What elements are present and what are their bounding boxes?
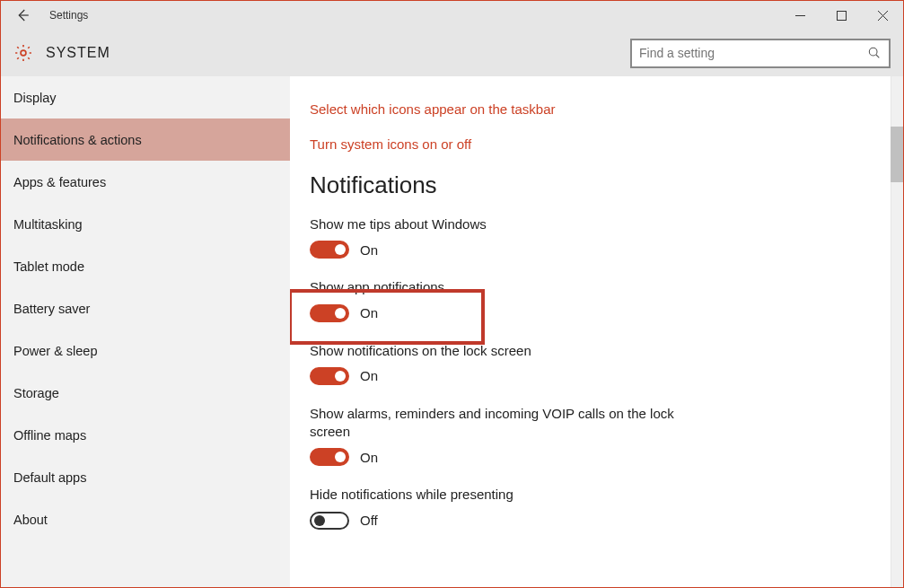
sidebar-item-label: Storage bbox=[13, 386, 59, 400]
header-row: SYSTEM bbox=[1, 30, 903, 76]
toggle-state-label: On bbox=[360, 305, 378, 320]
setting-4: Hide notifications while presentingOff bbox=[310, 486, 876, 529]
sidebar-item-power-sleep[interactable]: Power & sleep bbox=[1, 329, 290, 372]
close-button[interactable] bbox=[862, 1, 903, 30]
maximize-button[interactable] bbox=[821, 1, 862, 30]
search-icon bbox=[867, 46, 882, 60]
sidebar-item-label: Display bbox=[13, 91, 57, 105]
header-left: SYSTEM bbox=[13, 43, 110, 63]
setting-label: Show me tips about Windows bbox=[310, 215, 678, 233]
toggle-switch[interactable] bbox=[310, 304, 349, 322]
toggle-state-label: Off bbox=[360, 513, 378, 528]
sidebar-item-label: Tablet mode bbox=[13, 259, 84, 274]
sidebar-item-notifications-actions[interactable]: Notifications & actions bbox=[1, 118, 290, 161]
setting-label: Hide notifications while presenting bbox=[310, 486, 678, 504]
setting-3: Show alarms, reminders and incoming VOIP… bbox=[310, 405, 876, 467]
setting-0: Show me tips about WindowsOn bbox=[310, 215, 876, 259]
window-title: Settings bbox=[49, 9, 88, 22]
setting-label: Show notifications on the lock screen bbox=[310, 342, 678, 360]
titlebar-left: Settings bbox=[1, 1, 88, 30]
sidebar-item-label: About bbox=[13, 513, 48, 527]
sidebar-item-label: Apps & features bbox=[13, 175, 106, 189]
scrollbar-thumb[interactable] bbox=[891, 127, 903, 182]
minimize-button[interactable] bbox=[779, 1, 821, 30]
titlebar: Settings bbox=[1, 1, 903, 30]
link-taskbar-icons[interactable]: Select which icons appear on the taskbar bbox=[310, 101, 876, 117]
toggle-knob bbox=[335, 308, 346, 319]
svg-point-4 bbox=[21, 50, 26, 56]
sidebar-item-label: Power & sleep bbox=[13, 344, 98, 358]
sidebar-item-label: Offline maps bbox=[13, 428, 86, 443]
sidebar: DisplayNotifications & actionsApps & fea… bbox=[1, 76, 290, 588]
toggle-switch[interactable] bbox=[310, 448, 349, 466]
svg-point-5 bbox=[869, 48, 877, 56]
window-controls bbox=[779, 1, 903, 30]
svg-line-6 bbox=[876, 55, 879, 57]
toggle-switch[interactable] bbox=[310, 241, 349, 259]
back-arrow-icon bbox=[14, 7, 31, 23]
toggle-knob bbox=[335, 371, 346, 382]
section-title-notifications: Notifications bbox=[310, 171, 876, 199]
link-system-icons[interactable]: Turn system icons on or off bbox=[310, 136, 876, 152]
content-area: DisplayNotifications & actionsApps & fea… bbox=[1, 76, 903, 588]
back-button[interactable] bbox=[1, 1, 44, 30]
svg-rect-1 bbox=[837, 11, 846, 20]
sidebar-item-multitasking[interactable]: Multitasking bbox=[1, 203, 290, 245]
setting-label: Show alarms, reminders and incoming VOIP… bbox=[310, 405, 678, 442]
search-box[interactable] bbox=[630, 39, 891, 68]
toggle-state-label: On bbox=[360, 368, 378, 383]
sidebar-item-storage[interactable]: Storage bbox=[1, 372, 290, 414]
sidebar-item-label: Notifications & actions bbox=[13, 133, 142, 147]
main-panel: Select which icons appear on the taskbar… bbox=[290, 76, 903, 588]
gear-icon bbox=[13, 43, 33, 63]
setting-label: Show app notifications bbox=[310, 278, 678, 296]
sidebar-item-about[interactable]: About bbox=[1, 498, 290, 540]
close-icon bbox=[878, 11, 888, 21]
scrollbar-track[interactable] bbox=[891, 76, 903, 587]
sidebar-item-label: Default apps bbox=[13, 470, 86, 485]
toggle-knob bbox=[335, 244, 346, 255]
page-title: SYSTEM bbox=[46, 45, 110, 61]
toggle-state-label: On bbox=[360, 450, 378, 465]
toggle-row: On bbox=[310, 241, 876, 259]
maximize-icon bbox=[837, 11, 847, 21]
toggle-knob bbox=[335, 452, 346, 462]
sidebar-item-tablet-mode[interactable]: Tablet mode bbox=[1, 245, 290, 287]
toggle-row: On bbox=[310, 304, 876, 322]
setting-1: Show app notificationsOn bbox=[310, 278, 876, 321]
toggle-switch[interactable] bbox=[310, 512, 349, 530]
toggle-knob bbox=[314, 515, 325, 526]
toggle-switch[interactable] bbox=[310, 367, 349, 385]
sidebar-item-label: Multitasking bbox=[13, 217, 83, 232]
minimize-icon bbox=[795, 11, 805, 21]
sidebar-item-apps-features[interactable]: Apps & features bbox=[1, 161, 290, 203]
toggle-row: On bbox=[310, 448, 876, 466]
sidebar-item-display[interactable]: Display bbox=[1, 76, 290, 118]
toggle-row: On bbox=[310, 367, 876, 385]
setting-2: Show notifications on the lock screenOn bbox=[310, 342, 876, 385]
toggle-state-label: On bbox=[360, 242, 378, 258]
search-input[interactable] bbox=[639, 46, 867, 60]
toggle-row: Off bbox=[310, 512, 876, 530]
sidebar-item-offline-maps[interactable]: Offline maps bbox=[1, 414, 290, 456]
sidebar-item-label: Battery saver bbox=[13, 302, 90, 316]
sidebar-item-default-apps[interactable]: Default apps bbox=[1, 456, 290, 498]
sidebar-item-battery-saver[interactable]: Battery saver bbox=[1, 287, 290, 329]
